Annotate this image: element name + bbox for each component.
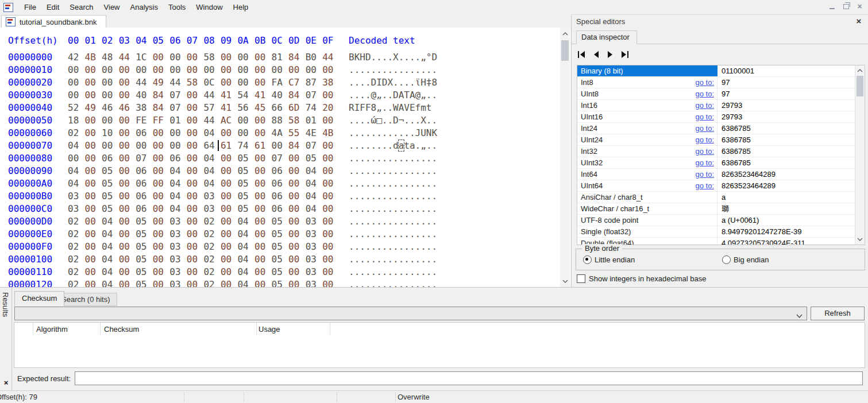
hex-byte[interactable]: 00	[288, 190, 306, 203]
last-byte-button[interactable]	[620, 50, 629, 59]
hex-byte[interactable]: 00	[288, 241, 306, 253]
hex-byte[interactable]: 00	[119, 114, 136, 127]
hex-byte[interactable]: 00	[119, 190, 136, 203]
value-cell[interactable]: 4.09273205730924E-311	[717, 238, 855, 245]
hex-byte[interactable]: 05	[237, 165, 254, 177]
value-cell[interactable]: 6386785	[717, 146, 855, 157]
hex-byte[interactable]: 00	[322, 203, 340, 215]
scroll-up-icon[interactable]	[855, 66, 865, 75]
hex-byte[interactable]: 00	[169, 127, 187, 140]
hex-byte[interactable]: 03	[169, 266, 187, 278]
hex-byte[interactable]: 02	[203, 253, 221, 266]
hex-byte[interactable]: 49	[153, 76, 170, 89]
hex-byte[interactable]: 00	[169, 64, 187, 76]
menu-view[interactable]: View	[99, 1, 125, 13]
hex-byte[interactable]: 03	[169, 278, 187, 287]
hex-byte[interactable]: 00	[322, 140, 340, 152]
tab-checksum[interactable]: Checksum	[14, 291, 64, 306]
hex-byte[interactable]: 00	[153, 165, 170, 177]
hex-byte[interactable]: 06	[136, 165, 153, 177]
goto-link[interactable]: go to:	[695, 100, 714, 111]
hex-byte[interactable]: 04	[169, 177, 187, 190]
value-cell[interactable]: 8263523464289	[717, 169, 855, 180]
hex-byte[interactable]: 1C	[136, 51, 153, 64]
hex-byte[interactable]: 00	[254, 114, 272, 127]
hex-byte[interactable]: 88	[272, 114, 289, 127]
inspector-row[interactable]: UInt8go to:97	[577, 88, 865, 100]
hex-byte[interactable]: 00	[119, 241, 136, 253]
hex-byte[interactable]: 04	[102, 278, 119, 287]
hex-row[interactable]: 000000B003000500060004000300050006000400…	[0, 190, 437, 203]
value-cell[interactable]: 29793	[717, 111, 855, 122]
minimize-button[interactable]	[827, 2, 837, 11]
hex-byte[interactable]: 00	[221, 64, 238, 76]
hex-byte[interactable]: 84	[153, 89, 170, 102]
hex-byte[interactable]: 03	[203, 190, 221, 203]
hex-byte[interactable]: 00	[187, 278, 204, 287]
menu-analysis[interactable]: Analysis	[125, 1, 163, 13]
hex-byte[interactable]: 0C	[203, 76, 221, 89]
hex-byte[interactable]: 48	[102, 51, 119, 64]
inspector-row[interactable]: UInt32go to:6386785	[577, 157, 865, 169]
hex-byte[interactable]: 00	[187, 152, 204, 165]
hex-byte[interactable]: 06	[136, 177, 153, 190]
hex-byte[interactable]: 00	[85, 114, 102, 127]
hex-byte[interactable]: C7	[288, 76, 306, 89]
hex-byte[interactable]: 02	[68, 278, 85, 287]
hex-row[interactable]: 0000007004000000000000006461746100840700…	[0, 140, 437, 152]
hex-byte[interactable]: 00	[85, 215, 102, 228]
hex-byte[interactable]: 00	[254, 266, 272, 278]
hex-byte[interactable]: 00	[153, 215, 170, 228]
hex-byte[interactable]: 04	[102, 253, 119, 266]
hex-byte[interactable]: 00	[187, 203, 204, 215]
hex-byte[interactable]: 03	[306, 253, 323, 266]
hex-byte[interactable]: 00	[119, 253, 136, 266]
decoded-text[interactable]: ................	[349, 190, 437, 203]
hex-byte[interactable]: 00	[254, 152, 272, 165]
goto-link[interactable]: go to:	[695, 123, 714, 134]
checksum-combobox[interactable]	[14, 307, 807, 320]
decoded-text[interactable]: ....ώ□..D¬...X..	[349, 114, 437, 127]
hex-byte[interactable]: 00	[254, 241, 272, 253]
hex-byte[interactable]: 06	[169, 152, 187, 165]
inspector-row[interactable]: Int32go to:6386785	[577, 146, 865, 157]
hex-byte[interactable]: 06	[272, 190, 289, 203]
hex-byte[interactable]: 00	[187, 140, 204, 152]
hex-byte[interactable]: 55	[288, 127, 306, 140]
refresh-button[interactable]: Refresh	[811, 307, 865, 320]
hex-row[interactable]: 0000001000000000000000000000000000000000…	[0, 64, 437, 76]
hex-byte[interactable]: 00	[322, 152, 340, 165]
hex-byte[interactable]: 04	[237, 278, 254, 287]
hex-byte[interactable]: 02	[68, 228, 85, 241]
hex-byte[interactable]: 05	[272, 253, 289, 266]
hex-byte[interactable]: 00	[153, 190, 170, 203]
hex-byte[interactable]: 05	[272, 215, 289, 228]
hex-byte[interactable]: 18	[68, 114, 85, 127]
hex-byte[interactable]: 54	[237, 89, 254, 102]
hex-byte[interactable]: 38	[322, 76, 340, 89]
hex-byte[interactable]: 03	[169, 253, 187, 266]
value-cell[interactable]: 6386785	[717, 123, 855, 134]
hex-byte[interactable]: 00	[254, 51, 272, 64]
hex-byte[interactable]: 00	[221, 228, 238, 241]
tab-data-inspector[interactable]: Data inspector	[576, 30, 637, 44]
hex-byte[interactable]: 00	[68, 76, 85, 89]
hex-byte[interactable]: 40	[272, 89, 289, 102]
hex-byte[interactable]: 00	[119, 177, 136, 190]
hex-row[interactable]: 000000F002000400050003000200040005000300…	[0, 241, 437, 253]
hex-byte[interactable]: 04	[68, 140, 85, 152]
hex-byte[interactable]: 81	[272, 51, 289, 64]
hex-byte[interactable]: 02	[68, 127, 85, 140]
value-cell[interactable]: a (U+0061)	[717, 215, 855, 226]
hex-byte[interactable]: 07	[169, 89, 187, 102]
hex-byte[interactable]: 04	[237, 228, 254, 241]
hex-byte[interactable]: 00	[322, 89, 340, 102]
hex-byte[interactable]: 00	[85, 253, 102, 266]
hex-byte[interactable]: 04	[306, 190, 323, 203]
value-cell[interactable]: 8.94979201247278E-39	[717, 226, 855, 237]
goto-link[interactable]: go to:	[695, 157, 714, 168]
value-cell[interactable]: 6386785	[717, 134, 855, 145]
decoded-text[interactable]: BKHD....X....„°D	[349, 51, 437, 64]
hex-byte[interactable]: 00	[322, 177, 340, 190]
hex-byte[interactable]: 00	[85, 177, 102, 190]
